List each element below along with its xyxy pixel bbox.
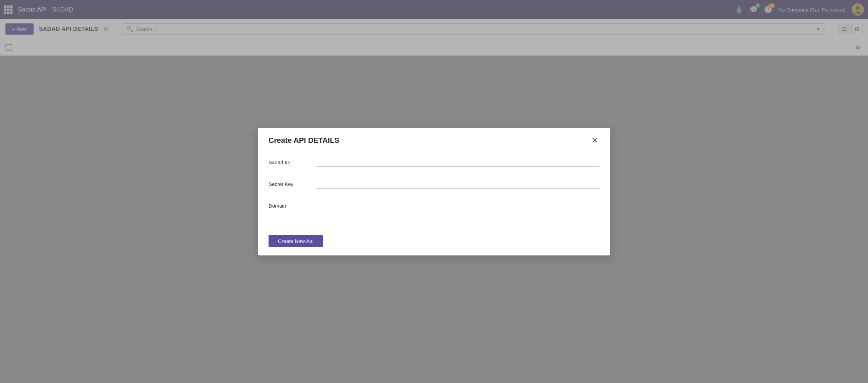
create-api-modal: Create API DETAILS ✕ Sadad ID Secret Key… — [258, 128, 610, 255]
close-button[interactable]: ✕ — [590, 136, 599, 145]
domain-label: Domain — [269, 203, 316, 209]
secret-key-label: Secret Key — [269, 181, 316, 187]
sadad-id-input[interactable] — [316, 158, 599, 167]
secret-key-input[interactable] — [316, 180, 599, 189]
domain-row: Domain — [269, 199, 599, 213]
domain-input[interactable] — [316, 202, 599, 210]
create-new-api-button[interactable]: Create New Api — [269, 235, 323, 247]
modal-header: Create API DETAILS ✕ — [258, 128, 610, 150]
modal-title: Create API DETAILS — [269, 136, 339, 145]
modal-body: Sadad ID Secret Key Domain — [258, 150, 610, 229]
sadad-id-label: Sadad ID — [269, 159, 316, 165]
secret-key-row: Secret Key — [269, 177, 599, 191]
modal-overlay: Create API DETAILS ✕ Sadad ID Secret Key… — [0, 0, 868, 383]
modal-footer: Create New Api — [258, 229, 610, 255]
sadad-id-row: Sadad ID — [269, 156, 599, 169]
